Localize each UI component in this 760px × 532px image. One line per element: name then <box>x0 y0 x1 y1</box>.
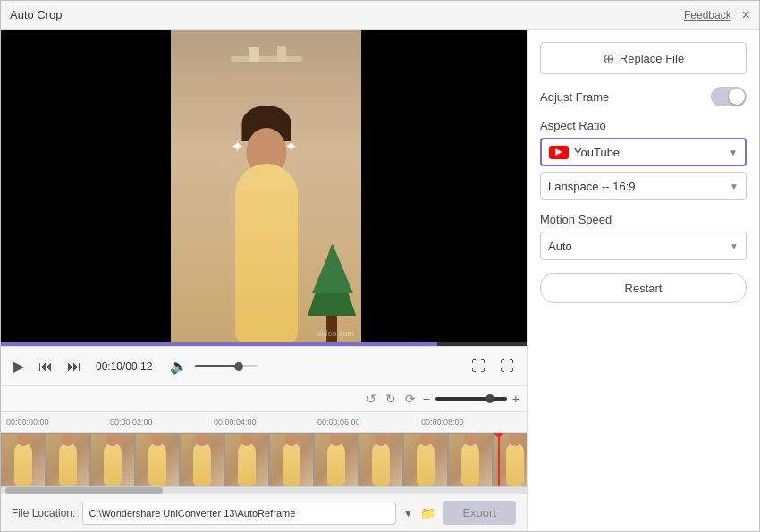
motion-speed-dropdown-wrapper: Auto ▼ <box>540 232 747 260</box>
sparkle-right-icon: ✦ <box>284 137 302 155</box>
left-panel: ✦ ✦ cideo.com ▶ ⏮ ⏭ 00:10/00:12 <box>1 30 527 531</box>
right-panel: ⊕ Replace File Adjust Frame Aspect Ratio <box>527 30 759 531</box>
undo-button[interactable]: ↺ <box>364 390 378 408</box>
volume-section: 🔈 <box>166 356 258 376</box>
feedback-link[interactable]: Feedback <box>684 9 731 21</box>
title-bar-actions: Feedback × <box>684 8 750 22</box>
ruler-mark-3: 00:00:06:00 <box>316 418 419 426</box>
video-main: ✦ ✦ cideo.com <box>171 30 361 342</box>
timeline-zoom-bar: ↺ ↻ ⟳ − + <box>1 385 527 411</box>
export-button[interactable]: Export <box>443 501 516 525</box>
youtube-icon <box>549 146 569 159</box>
close-button[interactable]: × <box>742 8 750 22</box>
zoom-in-button[interactable]: + <box>512 392 519 406</box>
main-window: Auto Crop Feedback × <box>0 0 760 532</box>
aspect-ratio-dropdown-wrapper: YouTube ▼ <box>540 138 747 166</box>
adjust-frame-label: Adjust Frame <box>540 90 609 104</box>
refresh-button[interactable]: ⟳ <box>403 390 418 408</box>
thumb-5 <box>180 433 224 486</box>
zoom-thumb <box>486 394 494 403</box>
file-path-input[interactable] <box>82 502 395 525</box>
thumb-10 <box>403 433 448 486</box>
volume-icon[interactable]: 🔈 <box>166 356 191 376</box>
zoom-slider[interactable] <box>435 397 507 401</box>
timeline-track[interactable] <box>1 433 527 486</box>
volume-fill <box>195 365 236 367</box>
ruler-mark-4: 00:00:08:00 <box>419 418 523 426</box>
thumb-8 <box>314 433 359 486</box>
video-area: ✦ ✦ cideo.com <box>1 30 527 342</box>
watermark-text: cideo.com <box>317 329 354 338</box>
time-display: 00:10/00:12 <box>96 360 152 373</box>
fullscreen-button[interactable]: ⛶ <box>496 357 518 376</box>
bottom-bar: File Location: ▼ 📁 Export <box>1 494 527 531</box>
title-bar: Auto Crop Feedback × <box>1 1 759 30</box>
main-content: ✦ ✦ cideo.com ▶ ⏮ ⏭ 00:10/00:12 <box>1 30 759 531</box>
sparkle-left-icon: ✦ <box>231 137 249 155</box>
fullscreen-small-button[interactable]: ⛶ <box>468 357 489 376</box>
adjust-frame-row: Adjust Frame <box>540 87 747 106</box>
video-frame: ✦ ✦ cideo.com <box>1 30 527 342</box>
replace-file-icon: ⊕ <box>603 50 614 67</box>
orientation-dropdown-wrapper: Lanspace -- 16:9 ▼ <box>540 172 747 200</box>
replace-file-label: Replace File <box>620 52 684 65</box>
thumb-6 <box>224 433 269 486</box>
aspect-ratio-selected-label: YouTube <box>574 146 729 159</box>
aspect-ratio-dropdown-arrow: ▼ <box>729 148 738 157</box>
adjust-frame-toggle[interactable] <box>711 87 747 106</box>
restart-button[interactable]: Restart <box>540 273 747 303</box>
thumb-9 <box>359 433 403 486</box>
motion-speed-dropdown[interactable]: Auto ▼ <box>540 232 747 260</box>
thumbnail-strip <box>1 433 527 486</box>
zoom-out-button[interactable]: − <box>423 392 430 406</box>
folder-browse-button[interactable]: 📁 <box>420 506 435 520</box>
ruler-mark-2: 00:00:04:00 <box>212 418 316 426</box>
person-figure: ✦ ✦ <box>213 110 320 342</box>
file-location-label: File Location: <box>12 507 75 519</box>
replace-file-button[interactable]: ⊕ Replace File <box>540 42 747 74</box>
volume-thumb <box>234 362 243 371</box>
playhead[interactable] <box>498 433 500 486</box>
orientation-dropdown[interactable]: Lanspace -- 16:9 ▼ <box>540 172 747 200</box>
ruler-marks: 00:00:00:00 00:00:02:00 00:00:04:00 00:0… <box>4 418 523 426</box>
file-path-dropdown-button[interactable]: ▼ <box>403 507 414 519</box>
orientation-dropdown-arrow: ▼ <box>730 182 739 191</box>
thumb-3 <box>90 433 135 486</box>
thumb-2 <box>46 433 90 486</box>
scrollbar-thumb <box>5 487 163 494</box>
thumb-11 <box>448 433 493 486</box>
video-black-right <box>361 30 527 342</box>
motion-speed-label: Motion Speed <box>540 213 612 226</box>
thumb-7 <box>269 433 314 486</box>
skip-forward-button[interactable]: ⏭ <box>63 357 85 376</box>
person-body <box>235 164 298 342</box>
video-black-left <box>1 30 171 342</box>
aspect-ratio-label: Aspect Ratio <box>540 119 606 132</box>
undo-redo-section: ↺ ↻ ⟳ <box>364 390 418 408</box>
redo-button[interactable]: ↻ <box>384 390 398 408</box>
orientation-selected-label: Lanspace -- 16:9 <box>548 180 730 193</box>
skip-back-button[interactable]: ⏮ <box>35 357 56 376</box>
toggle-knob <box>729 89 745 105</box>
aspect-ratio-section: Aspect Ratio YouTube ▼ Lanspace -- 16:9 <box>540 119 747 200</box>
play-button[interactable]: ▶ <box>10 356 28 376</box>
ruler-mark-0: 00:00:00:00 <box>4 418 108 426</box>
right-ctrl-btns: ⛶ ⛶ <box>468 357 518 376</box>
controls-bar: ▶ ⏮ ⏭ 00:10/00:12 🔈 ⛶ ⛶ <box>1 346 527 385</box>
timeline-scrollbar[interactable] <box>1 486 527 494</box>
timeline-ruler: 00:00:00:00 00:00:02:00 00:00:04:00 00:0… <box>1 411 527 433</box>
ruler-mark-1: 00:00:02:00 <box>108 418 212 426</box>
thumb-1 <box>1 433 46 486</box>
window-title: Auto Crop <box>10 8 63 21</box>
motion-speed-selected-label: Auto <box>548 240 730 253</box>
volume-slider[interactable] <box>195 365 258 367</box>
motion-speed-dropdown-arrow: ▼ <box>730 241 739 251</box>
aspect-ratio-dropdown[interactable]: YouTube ▼ <box>540 138 747 166</box>
thumb-4 <box>135 433 180 486</box>
motion-speed-section: Motion Speed Auto ▼ <box>540 213 747 260</box>
